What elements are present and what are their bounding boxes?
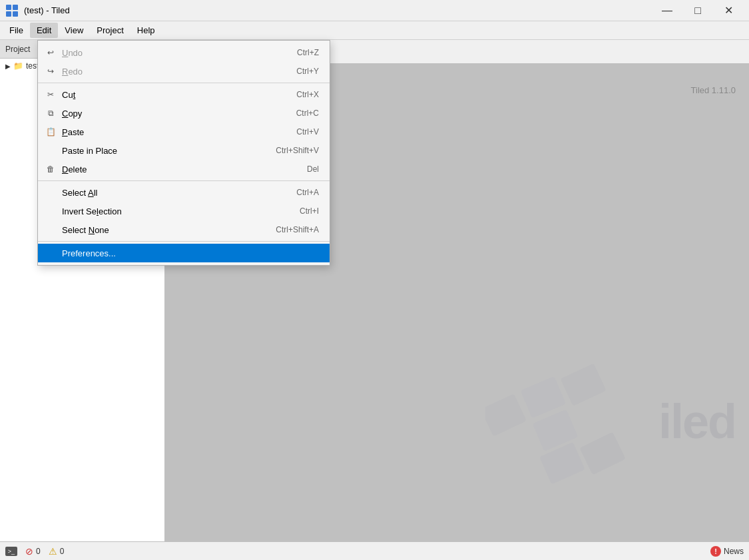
invert-selection-label: Invert Selection (62, 206, 273, 216)
menu-item-paste-in-place[interactable]: Paste in Place Ctrl+Shift+V (38, 141, 330, 160)
copy-label: Copy (62, 109, 270, 119)
error-icon: ⊘ (25, 546, 33, 557)
console-icon: >_ (5, 547, 17, 556)
undo-shortcut: Ctrl+Z (270, 48, 319, 57)
menu-help[interactable]: Help (130, 23, 162, 38)
error-item: ⊘ 0 (25, 546, 41, 557)
watermark: iled (485, 355, 736, 488)
menu-item-redo[interactable]: ↪ Redo Ctrl+Y (38, 62, 330, 81)
separator-1 (38, 83, 330, 83)
news-item[interactable]: ! News (710, 546, 744, 557)
svg-rect-5 (521, 376, 566, 418)
menu-item-cut[interactable]: ✂ Cut Ctrl+X (38, 85, 330, 104)
svg-rect-6 (561, 364, 607, 406)
news-icon: ! (710, 546, 721, 557)
close-button[interactable]: ✕ (713, 0, 744, 21)
paste-icon: 📋 (45, 127, 57, 137)
titlebar: (test) - Tiled — □ ✕ (0, 0, 749, 21)
redo-label: Redo (62, 67, 270, 77)
paste-in-place-shortcut: Ctrl+Shift+V (249, 146, 319, 155)
warning-count: 0 (60, 547, 65, 556)
select-none-shortcut: Ctrl+Shift+A (249, 225, 319, 234)
menu-item-delete[interactable]: 🗑 Delete Del (38, 160, 330, 178)
cut-label: Cut (62, 90, 270, 100)
paste-shortcut: Ctrl+V (270, 127, 319, 137)
delete-icon: 🗑 (45, 164, 57, 174)
separator-3 (38, 241, 330, 242)
menu-view[interactable]: View (58, 23, 90, 38)
statusbar: >_ ⊘ 0 ⚠ 0 ! News (0, 541, 749, 560)
console-symbol: >_ (8, 548, 15, 555)
menubar: File Edit View Project Help (0, 21, 749, 40)
svg-rect-1 (13, 5, 18, 10)
news-symbol: ! (714, 547, 717, 555)
cut-shortcut: Ctrl+X (270, 90, 319, 99)
select-all-label: Select All (62, 188, 270, 198)
menu-item-select-none[interactable]: Select None Ctrl+Shift+A (38, 220, 330, 239)
preferences-label: Preferences... (62, 248, 319, 258)
svg-rect-4 (485, 394, 527, 436)
tiled-watermark-logo (485, 355, 672, 488)
version-text: Tiled 1.11.0 (691, 85, 736, 95)
edit-dropdown-menu: ↩ Undo Ctrl+Z ↪ Redo Ctrl+Y ✂ Cut Ctrl+X… (37, 40, 330, 266)
separator-2 (38, 180, 330, 181)
minimize-button[interactable]: — (652, 0, 682, 21)
menu-item-paste[interactable]: 📋 Paste Ctrl+V (38, 123, 330, 141)
menu-file[interactable]: File (3, 23, 30, 38)
error-count: 0 (36, 547, 41, 556)
select-all-shortcut: Ctrl+A (270, 188, 319, 197)
warning-icon: ⚠ (49, 546, 57, 557)
console-item[interactable]: >_ (5, 547, 17, 556)
tree-arrow-icon: ▶ (5, 63, 11, 70)
copy-shortcut: Ctrl+C (270, 109, 319, 118)
delete-shortcut: Del (280, 164, 319, 174)
svg-rect-9 (580, 432, 626, 475)
copy-icon: ⧉ (45, 109, 57, 118)
redo-shortcut: Ctrl+Y (270, 67, 319, 76)
svg-rect-0 (6, 5, 11, 10)
folder-icon: 📁 (13, 61, 23, 71)
window-title: (test) - Tiled (24, 5, 652, 15)
menu-project[interactable]: Project (90, 23, 130, 38)
select-none-label: Select None (62, 225, 249, 235)
menu-item-copy[interactable]: ⧉ Copy Ctrl+C (38, 104, 330, 123)
news-label: News (724, 547, 744, 556)
cut-icon: ✂ (45, 90, 57, 99)
app-logo (5, 4, 19, 17)
paste-label: Paste (62, 127, 270, 137)
menu-item-undo[interactable]: ↩ Undo Ctrl+Z (38, 43, 330, 62)
redo-icon: ↪ (45, 67, 57, 76)
menu-item-invert-selection[interactable]: Invert Selection Ctrl+I (38, 202, 330, 220)
menu-item-select-all[interactable]: Select All Ctrl+A (38, 183, 330, 202)
undo-icon: ↩ (45, 48, 57, 57)
menu-item-preferences[interactable]: Preferences... (38, 244, 330, 262)
svg-rect-2 (6, 11, 11, 17)
svg-rect-3 (13, 11, 18, 17)
window-controls: — □ ✕ (652, 0, 744, 21)
sidebar-title: Project (5, 45, 30, 54)
paste-in-place-label: Paste in Place (62, 146, 249, 156)
invert-selection-shortcut: Ctrl+I (273, 206, 319, 216)
maximize-button[interactable]: □ (682, 0, 713, 21)
delete-label: Delete (62, 164, 280, 174)
undo-label: Undo (62, 48, 270, 58)
menu-edit[interactable]: Edit (30, 23, 58, 38)
watermark-text: iled (658, 394, 736, 449)
warning-item: ⚠ 0 (49, 546, 65, 557)
